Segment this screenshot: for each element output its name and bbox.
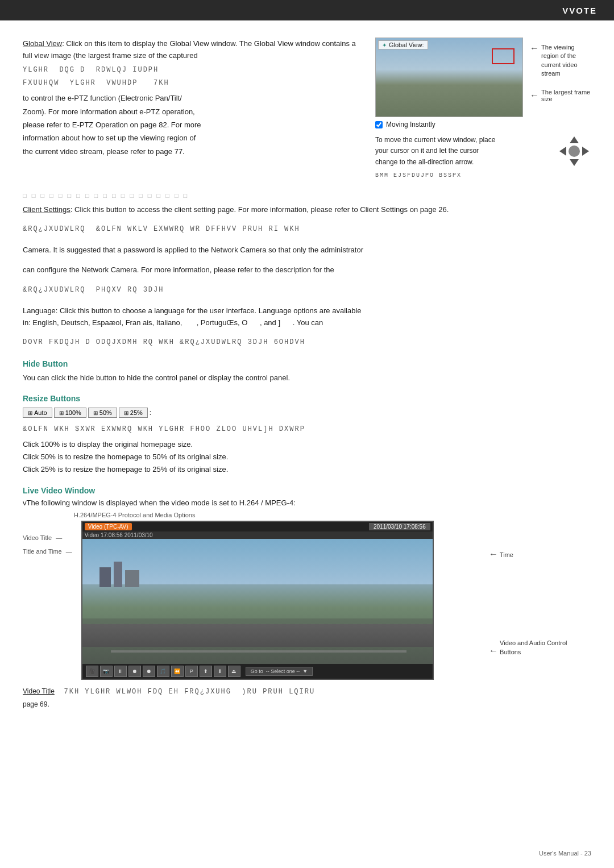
building-2: [114, 562, 122, 587]
resize-scrambled: &OLFN WKH $XWR EXWWRQ WKH YLGHR FHOO ZLO…: [23, 423, 591, 436]
bottom-page-ref: page 69.: [23, 699, 591, 710]
video-annotations-right: ← Time ← Video and Audio Control Buttons: [489, 521, 591, 657]
video-bottom-labels: Video Title 7KH YLGHR WLWOH FDQ EH FRQ¿J…: [23, 686, 591, 710]
video-title-label: Video Title —: [23, 534, 72, 541]
time-annotation: ← Time: [489, 549, 591, 559]
live-video-heading: Live Video Window: [23, 486, 591, 495]
resize-auto-btn[interactable]: ⊞ Auto: [23, 408, 52, 418]
ptz-arrows-svg: [557, 134, 591, 168]
client-settings-para: Client Settings: Click this button to ac…: [23, 203, 591, 215]
live-video-caption: H.264/MPEG-4 Protocol and Media Options: [74, 512, 591, 518]
resize-auto-icon: ⊞: [28, 410, 32, 416]
bottom-scrambled: Video Title 7KH YLGHR WLWOH FDQ EH FRQ¿J…: [23, 686, 591, 699]
dotted-separator: □ □ □ □ □ □ □ □ □ □ □ □ □ □ □ □ □ □ □: [23, 192, 591, 199]
global-view-right: ✦ Global View: Moving Instantly: [375, 38, 591, 181]
resize-100-btn[interactable]: ⊞ 100%: [54, 408, 86, 418]
video-top-bar: Video (TPC-AV) 2011/03/10 17:08:56: [82, 522, 433, 531]
video-scene: [82, 539, 433, 664]
global-view-term: Global View: [23, 39, 62, 48]
resize-colon: :: [150, 409, 151, 417]
live-video-intro: vThe following window is displayed when …: [23, 499, 591, 507]
config-text-1: Camera. It is suggested that a password …: [23, 244, 591, 256]
svg-marker-1: [570, 159, 579, 166]
ctrl-eject-btn[interactable]: ⏏: [228, 666, 240, 677]
building-3: [125, 570, 139, 587]
ctrl-prev-btn[interactable]: ⏪: [171, 666, 184, 677]
scrambled-1: YLGHR DQG D RDWLQJ IUDPH: [23, 64, 364, 77]
hide-button-text: You can click the hide button to hide th…: [23, 372, 591, 384]
ptz-direction-icon: [557, 134, 591, 168]
ptz-text: To move the current view window, place y…: [375, 135, 551, 168]
image-annotations: ← The viewing region of the current vide…: [530, 38, 591, 102]
video-controls-bar: 🎥 📷 ⏸ ⏺ ⏺ 🎵 ⏪ P ⬆ ⬇ ⏏ Go to -- Select on…: [82, 664, 433, 679]
svg-marker-3: [582, 147, 589, 156]
ctrl-pause-btn[interactable]: ⏸: [114, 666, 127, 677]
ground-layer: [82, 618, 433, 664]
resize-text-25: Click 25% is to resize the homepage to 2…: [23, 463, 591, 476]
logo: VVOTE: [562, 6, 597, 15]
language-scrambled: DOVR FKDQJH D ODQJXDMH RQ WKH &RQ¿JXUDWL…: [23, 337, 591, 349]
config-text-2: can configure the Network Camera. For mo…: [23, 264, 591, 276]
global-view-overlay-label: ✦ Global View:: [378, 40, 428, 49]
scrambled-ptz-label: BMM EJSFDUJPO BSSPX: [375, 171, 591, 181]
scrambled-2: FXUUHQW YLGHR VWUHDP 7KH: [23, 77, 364, 90]
building-1: [99, 567, 111, 587]
resize-50-icon: ⊞: [93, 410, 98, 416]
video-main-block: Video (TPC-AV) 2011/03/10 17:08:56 Video…: [81, 521, 480, 680]
resize-25-btn[interactable]: ⊞ 25%: [119, 408, 148, 418]
configuration-scrambled-2: &RQ¿JXUDWLRQ PHQXV RQ 3DJH: [23, 284, 591, 297]
ctrl-snapshot-btn[interactable]: 📷: [100, 666, 113, 677]
page-footer: User's Manual - 23: [539, 850, 591, 857]
resize-50-btn[interactable]: ⊞ 50%: [88, 408, 117, 418]
resize-buttons-row: ⊞ Auto ⊞ 100% ⊞ 50% ⊞ 25% :: [23, 408, 591, 418]
ctrl-audio-btn[interactable]: 🎵: [157, 666, 169, 677]
controls-annotation: ← Video and Audio Control Buttons: [489, 639, 591, 657]
ctrl-dot2-btn[interactable]: ⏺: [143, 666, 155, 677]
global-view-text: Global View: Click on this item to displ…: [23, 38, 364, 181]
resize-25-icon: ⊞: [124, 410, 128, 416]
language-para: Language: Click this button to choose a …: [23, 305, 591, 329]
resize-text-50: Click 50% is to resize the homepage to 5…: [23, 451, 591, 463]
svg-marker-0: [570, 136, 579, 143]
resize-100-icon: ⊞: [59, 410, 64, 416]
ptz-area: To move the current view window, place y…: [375, 134, 591, 168]
hide-button-heading: Hide Button: [23, 359, 591, 368]
resize-text-100: Click 100% is to display the original ho…: [23, 438, 591, 451]
top-bar: VVOTE: [0, 0, 614, 20]
ctrl-down-btn[interactable]: ⬇: [214, 666, 226, 677]
svg-point-4: [569, 146, 580, 157]
client-settings-term: Client Settings: [23, 205, 70, 214]
resize-buttons-heading: Resize Buttons: [23, 394, 591, 403]
configuration-scrambled-1: &RQ¿JXUDWLRQ &OLFN WKLV EXWWRQ WR DFFHVV…: [23, 223, 591, 236]
video-subtitle-bar: Video 17:08:56 2011/03/10: [82, 531, 433, 539]
video-window-outer: Video Title — Title and Time — Video (TP…: [23, 521, 591, 680]
moving-instantly-checkbox[interactable]: Moving Instantly: [375, 121, 523, 128]
road-line: [111, 650, 406, 653]
video-time-badge: 2011/03/10 17:08:56: [369, 523, 430, 530]
ctrl-record-btn[interactable]: 🎥: [86, 666, 98, 677]
global-view-section: Global View: Click on this item to displ…: [23, 38, 591, 181]
svg-marker-2: [559, 147, 566, 156]
ctrl-up-btn[interactable]: ⬆: [200, 666, 212, 677]
ctrl-p-btn[interactable]: P: [185, 666, 198, 677]
live-video-section: Live Video Window vThe following window …: [23, 486, 591, 710]
video-frame: Video (TPC-AV) 2011/03/10 17:08:56 Video…: [81, 521, 434, 680]
main-content: Global View: Click on this item to displ…: [0, 20, 614, 733]
video-title-badge: Video (TPC-AV): [85, 523, 132, 530]
goto-select-btn[interactable]: Go to -- Select one -- ▼: [246, 667, 313, 676]
title-and-time-label: Title and Time —: [23, 548, 72, 555]
view-region-indicator: [492, 48, 515, 64]
video-labels-left: Video Title — Title and Time —: [23, 521, 72, 555]
global-view-image: ✦ Global View:: [375, 38, 523, 117]
ctrl-dot1-btn[interactable]: ⏺: [128, 666, 141, 677]
